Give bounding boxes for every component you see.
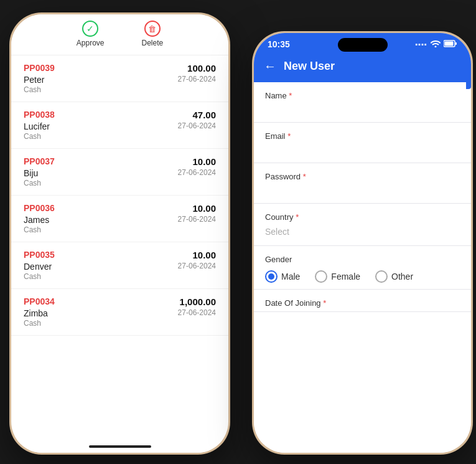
male-label: Male <box>281 272 300 282</box>
radio-other <box>375 270 388 283</box>
radio-female <box>315 270 327 283</box>
country-select[interactable]: Select <box>265 224 460 242</box>
form-area: Name * Email * Password * <box>254 82 471 453</box>
payment-id: PP0039 <box>24 63 55 73</box>
doj-label: Date Of Joining * <box>265 298 460 308</box>
country-field: Country * Select <box>254 204 471 246</box>
female-label: Female <box>331 272 360 282</box>
password-field: Password * <box>254 163 471 204</box>
email-label: Email * <box>265 131 460 141</box>
payment-method: Cash <box>24 225 216 234</box>
approve-icon: ✓ <box>82 21 98 37</box>
delete-icon: 🗑 <box>144 21 161 37</box>
payment-amount: 10.00 <box>192 156 216 167</box>
gender-male[interactable]: Male <box>265 270 300 283</box>
payment-name: Denver <box>24 262 52 272</box>
payment-id: PP0035 <box>24 250 55 260</box>
password-label: Password * <box>265 172 460 181</box>
payment-method: Cash <box>24 179 216 187</box>
signal-icon: ▪▪▪▪ <box>415 40 427 48</box>
payment-name: James <box>24 215 49 225</box>
payment-id: PP0036 <box>24 203 55 213</box>
gender-options: Male Female Other <box>265 270 460 283</box>
home-bar <box>11 440 228 453</box>
gender-section: Gender Male Female Other <box>254 246 471 290</box>
payment-method: Cash <box>24 272 216 281</box>
payment-item[interactable]: PP0035 10.00 Denver 27-06-2024 Cash <box>11 242 228 289</box>
payment-amount: 47.00 <box>192 110 216 120</box>
payment-name: Zimba <box>24 308 48 318</box>
payment-name: Lucifer <box>24 121 50 131</box>
payment-date: 27-06-2024 <box>178 75 216 85</box>
password-input[interactable] <box>265 184 460 199</box>
gender-label: Gender <box>265 255 460 264</box>
svg-rect-1 <box>445 42 454 46</box>
payment-method: Cash <box>24 319 216 328</box>
payment-method: Cash <box>24 132 216 141</box>
status-bar: 10:35 ▪▪▪▪ <box>254 33 471 53</box>
phone-right: 10:35 ▪▪▪▪ ← <box>252 31 473 455</box>
email-field: Email * <box>254 123 471 163</box>
delete-label: Delete <box>142 39 164 47</box>
header-title: New User <box>284 60 335 73</box>
payment-item[interactable]: PP0039 100.00 Peter 27-06-2024 Cash <box>11 55 228 102</box>
time: 10:35 <box>268 39 290 49</box>
payment-id: PP0037 <box>24 156 55 166</box>
payment-list: PP0039 100.00 Peter 27-06-2024 Cash PP00… <box>11 55 228 440</box>
payment-amount: 10.00 <box>192 250 216 260</box>
battery-icon <box>444 39 457 49</box>
app-header: ← New User <box>254 53 471 82</box>
name-input[interactable] <box>265 103 460 118</box>
payment-date: 27-06-2024 <box>178 215 216 225</box>
wifi-icon <box>431 39 441 49</box>
home-indicator <box>89 445 151 448</box>
svg-rect-2 <box>455 42 457 45</box>
payment-item[interactable]: PP0034 1,000.00 Zimba 27-06-2024 Cash <box>11 289 228 336</box>
radio-male <box>265 270 278 283</box>
gender-other[interactable]: Other <box>375 270 413 283</box>
name-label: Name * <box>265 91 460 100</box>
payment-date: 27-06-2024 <box>178 168 216 178</box>
payment-method: Cash <box>24 85 216 94</box>
payment-amount: 10.00 <box>192 203 216 214</box>
other-label: Other <box>391 272 413 282</box>
payment-id: PP0034 <box>24 296 55 306</box>
payment-amount: 100.00 <box>187 63 216 73</box>
payment-item[interactable]: PP0038 47.00 Lucifer 27-06-2024 Cash <box>11 102 228 149</box>
radio-male-inner <box>268 273 274 280</box>
payment-item[interactable]: PP0037 10.00 Biju 27-06-2024 Cash <box>11 149 228 196</box>
payment-name: Biju <box>24 168 38 178</box>
back-button[interactable]: ← <box>264 59 276 73</box>
payment-name: Peter <box>24 75 44 85</box>
name-field: Name * <box>254 82 471 123</box>
toolbar: ✓ Approve 🗑 Delete <box>11 14 228 55</box>
payment-date: 27-06-2024 <box>178 308 216 318</box>
approve-label: Approve <box>77 39 105 47</box>
payment-id: PP0038 <box>24 110 55 120</box>
payment-date: 27-06-2024 <box>178 262 216 272</box>
payment-item[interactable]: PP0036 10.00 James 27-06-2024 Cash <box>11 196 228 242</box>
country-label: Country * <box>265 212 460 222</box>
notch <box>338 38 388 52</box>
delete-button[interactable]: 🗑 Delete <box>142 21 164 47</box>
payment-amount: 1,000.00 <box>180 296 216 307</box>
phone-left: ✓ Approve 🗑 Delete PP0039 100.00 Peter 2… <box>9 12 230 455</box>
status-icons: ▪▪▪▪ <box>415 39 457 49</box>
email-input[interactable] <box>265 143 460 159</box>
approve-button[interactable]: ✓ Approve <box>77 21 105 47</box>
doj-field: Date Of Joining * <box>254 290 471 312</box>
gender-female[interactable]: Female <box>315 270 360 283</box>
payment-date: 27-06-2024 <box>178 121 216 131</box>
